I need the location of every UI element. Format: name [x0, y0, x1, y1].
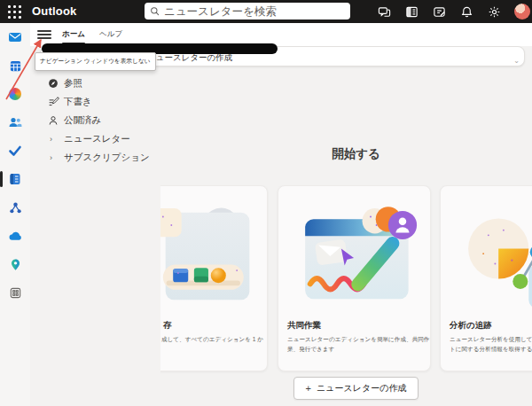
todo-check-icon[interactable]	[0, 137, 30, 165]
nav-item-label: 下書き	[64, 96, 92, 108]
main-content: 開始する 存	[160, 66, 532, 406]
chevron-right-icon: ›	[50, 135, 52, 144]
people-icon[interactable]	[0, 108, 30, 137]
tab-help[interactable]: ヘルプ	[99, 29, 122, 40]
card-title: 存	[163, 320, 172, 332]
onedrive-cloud-icon[interactable]	[0, 222, 30, 250]
chevron-right-icon: ›	[50, 153, 52, 162]
card-title: 共同作業	[287, 320, 321, 332]
nav-item-label: サブスクリプション	[64, 152, 150, 164]
card-create-save[interactable]: 存 成して、すべてのエディションを 1 か	[160, 185, 268, 371]
create-newsletter-button-label: ニュースレターの作成	[317, 382, 406, 394]
card-collaborate[interactable]: 共同作業 ニュースレターのエディションを簡単に作成、共同作 業、発行できます	[278, 185, 431, 371]
search-input[interactable]	[164, 5, 345, 18]
card-title: 分析の追跡	[450, 320, 492, 332]
gear-icon[interactable]	[487, 4, 501, 19]
create-newsletter-button[interactable]: + ニュースレターの作成	[293, 377, 419, 400]
calendar-icon[interactable]	[0, 51, 30, 80]
nav-item-browse[interactable]: 参照	[30, 74, 160, 92]
bell-icon[interactable]	[459, 4, 473, 19]
app-launcher-icon[interactable]	[7, 4, 22, 20]
chevron-down-icon[interactable]: ⌄	[513, 58, 520, 65]
newsletter-nav-panel: 参照 下書き 公開済み › ニュースレター	[30, 74, 160, 167]
nav-item-label: ニュースレター	[64, 133, 130, 145]
card-body: ニュースレター分析を使用してユー トに関する分析情報を取得する	[450, 335, 532, 354]
mail-icon[interactable]	[0, 23, 30, 51]
compass-icon	[47, 77, 59, 90]
published-person-icon	[47, 114, 59, 127]
page-title: 開始する	[160, 146, 532, 162]
analytics-illustration	[441, 193, 532, 319]
avatar[interactable]	[514, 4, 530, 20]
app-rail	[0, 23, 30, 406]
nav-item-label: 公開済み	[64, 114, 101, 127]
nav-item-subscriptions[interactable]: › サブスクリプション	[30, 148, 160, 167]
draft-pencil-icon	[47, 96, 59, 108]
search-box[interactable]	[145, 3, 350, 20]
office-app-icon[interactable]	[404, 4, 419, 19]
search-icon	[150, 6, 160, 16]
collaborate-illustration	[278, 193, 431, 319]
m365-icon[interactable]	[0, 80, 30, 108]
nav-toggle-hamburger-icon[interactable]	[37, 28, 51, 41]
nav-item-published[interactable]: 公開済み	[30, 111, 160, 129]
nav-item-drafts[interactable]: 下書き	[30, 92, 160, 111]
notes-icon[interactable]	[432, 4, 446, 19]
nav-item-label: 参照	[64, 77, 82, 90]
outlook-newsletters-window: Outlook	[0, 0, 532, 406]
chat-icon[interactable]	[377, 4, 391, 19]
topbar-actions	[377, 0, 530, 23]
apps-grid-icon[interactable]	[0, 278, 30, 307]
nav-toggle-tooltip: ナビゲーション ウィンドウを表示しない	[35, 52, 156, 71]
tab-home[interactable]: ホーム	[62, 29, 85, 40]
newsletter-journal-icon[interactable]	[0, 165, 30, 193]
create-save-illustration	[160, 193, 268, 319]
plus-icon: +	[306, 383, 311, 394]
card-track-analytics[interactable]: 分析の追跡 ニュースレター分析を使用してユー トに関する分析情報を取得する	[440, 185, 532, 371]
nav-item-newsletters[interactable]: › ニュースレター	[30, 129, 160, 148]
card-body: 成して、すべてのエディションを 1 か	[161, 335, 260, 345]
card-body: ニュースレターのエディションを簡単に作成、共同作 業、発行できます	[287, 335, 423, 354]
places-pin-icon[interactable]	[0, 250, 30, 278]
app-title[interactable]: Outlook	[32, 4, 77, 18]
org-chart-icon[interactable]	[0, 193, 30, 222]
topbar: Outlook	[0, 0, 532, 23]
